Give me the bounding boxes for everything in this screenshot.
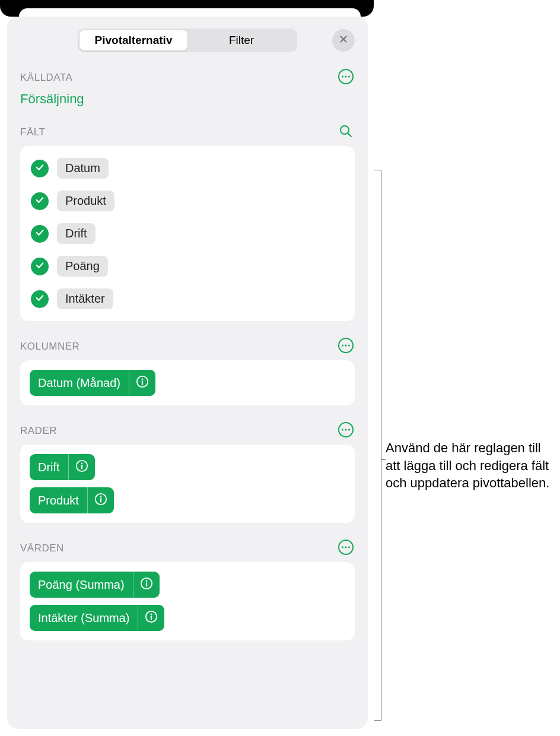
pill-info-button[interactable] (133, 572, 160, 598)
field-chip[interactable]: Datum (57, 158, 109, 179)
check-icon (34, 195, 45, 208)
tab-label: Pivotalternativ (95, 34, 173, 47)
tab-pivot-options[interactable]: Pivotalternativ (79, 30, 187, 50)
section-label: KÄLLDATA (20, 72, 72, 84)
more-icon (338, 68, 354, 87)
svg-point-9 (348, 344, 350, 346)
field-checkbox[interactable] (31, 290, 49, 308)
callout-bracket (373, 170, 381, 721)
svg-point-3 (348, 75, 350, 77)
search-icon (339, 124, 353, 141)
section-label: VÄRDEN (20, 543, 64, 554)
callout-text: Använd de här reglagen till att lägga ti… (386, 439, 558, 492)
rows-card: Drift Produkt (20, 445, 355, 523)
pill-row: Poäng (Summa) (28, 568, 346, 601)
field-row[interactable]: Poäng (28, 250, 346, 283)
info-icon (94, 493, 107, 508)
pill-info-button[interactable] (88, 487, 114, 513)
field-chip[interactable]: Drift (57, 223, 96, 244)
fields-list-card: Datum Produkt Drift Poäng (20, 146, 355, 321)
field-label: Datum (65, 161, 100, 175)
svg-point-25 (345, 546, 346, 548)
value-field-pill[interactable]: Poäng (Summa) (30, 572, 160, 598)
field-chip[interactable]: Poäng (57, 256, 108, 277)
info-icon (75, 459, 88, 475)
close-icon (339, 34, 348, 46)
pill-row: Produkt (28, 484, 346, 517)
svg-point-18 (81, 463, 82, 465)
field-checkbox[interactable] (31, 225, 49, 243)
svg-point-7 (342, 344, 343, 346)
field-checkbox[interactable] (31, 192, 49, 210)
info-icon (140, 577, 153, 592)
svg-rect-29 (146, 582, 147, 586)
svg-point-26 (348, 546, 350, 548)
section-header-values: VÄRDEN (20, 540, 355, 557)
values-more-button[interactable] (337, 540, 355, 557)
values-section: VÄRDEN Poäng (Summa) Intäkter (Su (7, 540, 368, 640)
field-row[interactable]: Datum (28, 152, 346, 185)
field-chip[interactable]: Intäkter (57, 288, 113, 309)
section-header-source: KÄLLDATA (20, 69, 355, 87)
field-checkbox[interactable] (31, 160, 49, 177)
svg-line-5 (348, 134, 352, 137)
row-field-pill[interactable]: Drift (30, 454, 95, 480)
section-header-rows: RADER (20, 422, 355, 440)
field-label: Intäkter (65, 292, 105, 305)
check-icon (34, 260, 45, 273)
svg-rect-12 (142, 380, 143, 385)
more-icon (338, 421, 354, 440)
svg-point-15 (345, 429, 346, 430)
more-icon (338, 539, 354, 558)
section-header-fields: FÄLT (20, 123, 355, 141)
tab-label: Filter (229, 34, 254, 47)
source-more-button[interactable] (337, 69, 355, 87)
columns-card: Datum (Månad) (20, 360, 355, 405)
svg-point-24 (342, 546, 343, 548)
svg-point-14 (342, 429, 343, 430)
check-icon (34, 227, 45, 240)
section-label: RADER (20, 425, 57, 437)
columns-section: KOLUMNER Datum (Månad) (7, 338, 368, 405)
svg-rect-22 (100, 498, 101, 502)
column-field-pill[interactable]: Datum (Månad) (30, 370, 155, 396)
pill-label: Drift (30, 454, 68, 480)
svg-point-2 (345, 75, 346, 77)
field-checkbox[interactable] (31, 258, 49, 275)
svg-point-16 (348, 429, 350, 430)
rows-section: RADER Drift Produkt (7, 422, 368, 523)
panel-header: Pivotalternativ Filter (7, 28, 368, 52)
svg-point-8 (345, 344, 346, 346)
rows-more-button[interactable] (337, 422, 355, 440)
pill-label: Intäkter (Summa) (30, 605, 138, 631)
svg-point-11 (142, 379, 144, 380)
pill-info-button[interactable] (138, 605, 164, 631)
row-field-pill[interactable]: Produkt (30, 487, 114, 513)
svg-point-28 (145, 580, 147, 582)
tab-filter[interactable]: Filter (187, 30, 295, 50)
pill-label: Datum (Månad) (30, 370, 129, 396)
svg-point-31 (151, 614, 152, 616)
pill-info-button[interactable] (129, 370, 155, 396)
fields-section: FÄLT Datum Produkt (7, 123, 368, 321)
close-button[interactable] (332, 29, 355, 52)
svg-point-21 (100, 496, 102, 498)
field-row[interactable]: Intäkter (28, 283, 346, 315)
source-data-name[interactable]: Försäljning (20, 91, 355, 107)
columns-more-button[interactable] (337, 338, 355, 356)
section-header-columns: KOLUMNER (20, 338, 355, 356)
more-icon (338, 337, 354, 356)
pill-label: Poäng (Summa) (30, 572, 133, 598)
svg-rect-32 (151, 616, 152, 620)
field-label: Produkt (65, 194, 106, 207)
svg-rect-19 (81, 465, 82, 469)
source-section: KÄLLDATA Försäljning (7, 69, 368, 107)
pill-info-button[interactable] (69, 454, 95, 480)
value-field-pill[interactable]: Intäkter (Summa) (30, 605, 164, 631)
pill-row: Drift (28, 451, 346, 484)
fields-search-button[interactable] (337, 123, 355, 141)
field-chip[interactable]: Produkt (57, 191, 114, 211)
field-row[interactable]: Produkt (28, 185, 346, 217)
field-row[interactable]: Drift (28, 217, 346, 250)
section-label: FÄLT (20, 126, 45, 138)
